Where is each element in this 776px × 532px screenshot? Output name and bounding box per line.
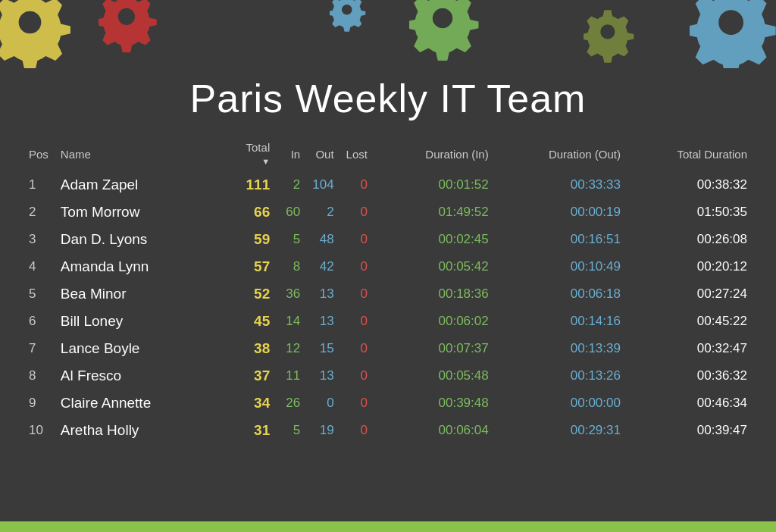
cell-total-duration: 00:36:32 — [627, 362, 753, 390]
cell-in: 5 — [276, 226, 306, 253]
cell-out: 0 — [306, 390, 340, 417]
col-header-lost: Lost — [340, 136, 374, 171]
cell-lost: 0 — [340, 417, 374, 444]
cell-duration-out: 00:16:51 — [495, 226, 627, 253]
table-row: 6 Bill Loney 45 14 13 0 00:06:02 00:14:1… — [23, 308, 753, 335]
cell-lost: 0 — [340, 226, 374, 253]
cell-total: 31 — [230, 417, 276, 444]
leaderboard-table: Pos Name Total ▼ In Out Lost Duration (I… — [23, 136, 753, 444]
page-title: Paris Weekly IT Team — [0, 76, 776, 121]
cell-name: Bea Minor — [55, 280, 230, 308]
bottom-bar — [0, 521, 776, 532]
cell-total-duration: 00:26:08 — [627, 226, 753, 253]
cell-out: 2 — [306, 199, 340, 226]
table-row: 5 Bea Minor 52 36 13 0 00:18:36 00:06:18… — [23, 280, 753, 308]
col-header-duration-in: Duration (In) — [374, 136, 495, 171]
cell-pos: 6 — [23, 308, 55, 335]
cell-name: Bill Loney — [55, 308, 230, 335]
cell-in: 2 — [276, 171, 306, 199]
cell-total-duration: 00:45:22 — [627, 308, 753, 335]
col-header-duration-out: Duration (Out) — [495, 136, 627, 171]
cell-lost: 0 — [340, 390, 374, 417]
cell-name: Aretha Holly — [55, 417, 230, 444]
cell-duration-in: 00:02:45 — [374, 226, 495, 253]
cell-total: 111 — [230, 171, 276, 199]
gear-olive — [584, 8, 648, 72]
col-header-in: In — [276, 136, 306, 171]
cell-out: 48 — [306, 226, 340, 253]
cell-out: 42 — [306, 253, 340, 280]
cell-pos: 7 — [23, 335, 55, 362]
cell-total: 66 — [230, 199, 276, 226]
cell-out: 13 — [306, 280, 340, 308]
cell-duration-in: 00:07:37 — [374, 335, 495, 362]
cell-pos: 4 — [23, 253, 55, 280]
cell-out: 19 — [306, 417, 340, 444]
col-header-total-duration: Total Duration — [627, 136, 753, 171]
cell-name: Adam Zapel — [55, 171, 230, 199]
cell-duration-out: 00:00:00 — [495, 390, 627, 417]
cell-duration-in: 00:06:04 — [374, 417, 495, 444]
cell-duration-in: 00:05:48 — [374, 362, 495, 390]
cell-in: 60 — [276, 199, 306, 226]
cell-out: 104 — [306, 171, 340, 199]
col-header-total: Total ▼ — [230, 136, 276, 171]
gear-blue-small — [330, 0, 383, 45]
table-row: 9 Claire Annette 34 26 0 0 00:39:48 00:0… — [23, 390, 753, 417]
cell-in: 12 — [276, 335, 306, 362]
cell-name: Al Fresco — [55, 362, 230, 390]
table-row: 4 Amanda Lynn 57 8 42 0 00:05:42 00:10:4… — [23, 253, 753, 280]
col-header-out: Out — [306, 136, 340, 171]
cell-name: Claire Annette — [55, 390, 230, 417]
cell-pos: 5 — [23, 280, 55, 308]
cell-total-duration: 00:38:32 — [627, 171, 753, 199]
col-header-name: Name — [55, 136, 230, 171]
cell-in: 8 — [276, 253, 306, 280]
cell-total-duration: 00:27:24 — [627, 280, 753, 308]
cell-duration-in: 00:05:42 — [374, 253, 495, 280]
cell-duration-in: 00:01:52 — [374, 171, 495, 199]
cell-lost: 0 — [340, 362, 374, 390]
cell-duration-out: 00:13:26 — [495, 362, 627, 390]
cell-duration-out: 00:29:31 — [495, 417, 627, 444]
cell-out: 13 — [306, 308, 340, 335]
cell-total-duration: 00:32:47 — [627, 335, 753, 362]
cell-duration-out: 00:13:39 — [495, 335, 627, 362]
cell-name: Dan D. Lyons — [55, 226, 230, 253]
cell-duration-in: 00:18:36 — [374, 280, 495, 308]
cell-lost: 0 — [340, 335, 374, 362]
cell-out: 13 — [306, 362, 340, 390]
table-row: 7 Lance Boyle 38 12 15 0 00:07:37 00:13:… — [23, 335, 753, 362]
table-row: 8 Al Fresco 37 11 13 0 00:05:48 00:13:26… — [23, 362, 753, 390]
cell-duration-out: 00:00:19 — [495, 199, 627, 226]
gear-red — [99, 0, 167, 57]
cell-pos: 1 — [23, 171, 55, 199]
cell-total: 57 — [230, 253, 276, 280]
cell-total-duration: 00:46:34 — [627, 390, 753, 417]
cell-duration-out: 00:14:16 — [495, 308, 627, 335]
data-table-container: Pos Name Total ▼ In Out Lost Duration (I… — [0, 136, 776, 444]
cell-duration-in: 00:06:02 — [374, 308, 495, 335]
cell-duration-out: 00:06:18 — [495, 280, 627, 308]
gear-yellow — [0, 0, 76, 68]
cell-out: 15 — [306, 335, 340, 362]
gear-green — [409, 0, 485, 61]
table-row: 10 Aretha Holly 31 5 19 0 00:06:04 00:29… — [23, 417, 753, 444]
cell-total: 37 — [230, 362, 276, 390]
cell-duration-out: 00:33:33 — [495, 171, 627, 199]
cell-total: 59 — [230, 226, 276, 253]
cell-in: 26 — [276, 390, 306, 417]
gear-blue-large — [690, 0, 776, 68]
cell-total: 38 — [230, 335, 276, 362]
cell-lost: 0 — [340, 280, 374, 308]
cell-total: 52 — [230, 280, 276, 308]
cell-in: 36 — [276, 280, 306, 308]
cell-lost: 0 — [340, 199, 374, 226]
cell-in: 11 — [276, 362, 306, 390]
table-header-row: Pos Name Total ▼ In Out Lost Duration (I… — [23, 136, 753, 171]
sort-arrow-icon: ▼ — [261, 157, 270, 166]
cell-name: Tom Morrow — [55, 199, 230, 226]
cell-lost: 0 — [340, 171, 374, 199]
cell-pos: 9 — [23, 390, 55, 417]
cell-duration-in: 00:39:48 — [374, 390, 495, 417]
